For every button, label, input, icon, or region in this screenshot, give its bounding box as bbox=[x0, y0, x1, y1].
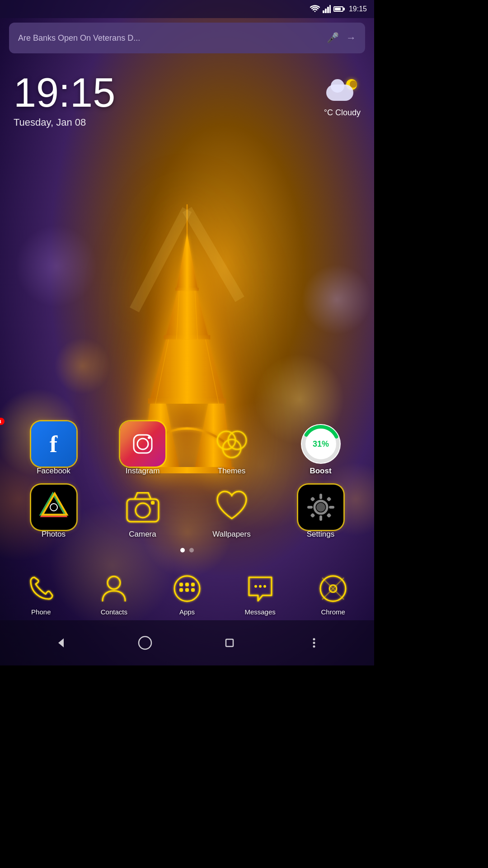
page-dots bbox=[0, 548, 374, 552]
svg-rect-18 bbox=[327, 7, 329, 13]
facebook-label: Facebook bbox=[37, 467, 70, 476]
facebook-badge: 1 bbox=[0, 418, 5, 425]
app-row-2: Photos Camera bbox=[9, 485, 365, 539]
dock-messages[interactable]: Messages bbox=[231, 573, 290, 616]
svg-point-35 bbox=[136, 503, 150, 518]
svg-rect-41 bbox=[307, 506, 313, 509]
svg-point-68 bbox=[313, 642, 315, 644]
photos-icon bbox=[31, 485, 76, 530]
dock-chrome-label: Chrome bbox=[321, 608, 345, 616]
app-grid: 1 f Facebook Instagram bbox=[0, 421, 374, 548]
svg-point-56 bbox=[259, 585, 262, 588]
search-bar[interactable]: Are Banks Open On Veterans D... 🎤 → bbox=[9, 23, 365, 53]
svg-rect-2 bbox=[175, 288, 198, 291]
svg-rect-6 bbox=[148, 398, 226, 404]
dock-contacts[interactable]: Contacts bbox=[84, 573, 143, 616]
dock-apps[interactable]: Apps bbox=[158, 573, 216, 616]
svg-rect-45 bbox=[310, 513, 315, 518]
svg-marker-5 bbox=[150, 340, 224, 400]
search-text: Are Banks Open On Veterans D... bbox=[18, 33, 319, 43]
dock-phone[interactable]: Phone bbox=[12, 573, 70, 616]
svg-rect-66 bbox=[226, 639, 233, 646]
svg-point-25 bbox=[223, 439, 241, 458]
clock-time: 19:15 bbox=[14, 72, 115, 113]
weather-icon bbox=[326, 79, 358, 106]
dock-contacts-label: Contacts bbox=[101, 608, 127, 616]
svg-point-67 bbox=[313, 638, 315, 641]
svg-rect-46 bbox=[326, 513, 331, 518]
microphone-icon[interactable]: 🎤 bbox=[327, 32, 339, 44]
clock-widget: 19:15 Tuesday, Jan 08 bbox=[14, 72, 115, 128]
themes-icon bbox=[209, 421, 254, 467]
svg-marker-1 bbox=[177, 233, 198, 289]
photos-label: Photos bbox=[42, 530, 66, 539]
svg-rect-44 bbox=[326, 496, 331, 501]
dock: Phone Contacts Apps bbox=[0, 573, 374, 616]
settings-label: Settings bbox=[307, 530, 334, 539]
app-camera[interactable]: Camera bbox=[111, 485, 174, 539]
svg-point-24 bbox=[228, 431, 246, 449]
boost-icon: 31% bbox=[298, 421, 343, 467]
svg-point-55 bbox=[254, 585, 257, 588]
clock-date: Tuesday, Jan 08 bbox=[14, 117, 115, 128]
app-instagram[interactable]: Instagram bbox=[111, 421, 174, 476]
wallpapers-icon bbox=[209, 485, 254, 530]
svg-point-49 bbox=[179, 583, 183, 586]
app-row-1: 1 f Facebook Instagram bbox=[9, 421, 365, 476]
svg-rect-19 bbox=[329, 5, 331, 13]
search-arrow-icon[interactable]: → bbox=[346, 32, 356, 44]
battery-icon bbox=[333, 6, 343, 12]
instagram-icon bbox=[120, 421, 165, 467]
svg-point-69 bbox=[313, 646, 315, 648]
cloud-icon bbox=[326, 85, 353, 101]
svg-point-53 bbox=[185, 588, 189, 592]
app-wallpapers[interactable]: Wallpapers bbox=[200, 485, 263, 539]
svg-marker-32 bbox=[38, 494, 67, 523]
svg-rect-17 bbox=[325, 9, 327, 13]
menu-dots-button[interactable] bbox=[303, 632, 325, 654]
signal-icon bbox=[323, 5, 331, 13]
svg-rect-43 bbox=[310, 496, 315, 501]
svg-point-52 bbox=[179, 588, 183, 592]
weather-widget: °C Cloudy bbox=[324, 79, 361, 118]
svg-point-21 bbox=[137, 439, 148, 449]
page-dot-1[interactable] bbox=[180, 548, 185, 552]
app-themes[interactable]: Themes bbox=[200, 421, 263, 476]
app-facebook[interactable]: 1 f Facebook bbox=[22, 421, 85, 476]
camera-icon bbox=[120, 485, 165, 530]
svg-point-38 bbox=[316, 503, 325, 512]
dock-apps-label: Apps bbox=[179, 608, 195, 616]
svg-point-51 bbox=[191, 583, 195, 586]
dock-chrome[interactable]: Chrome bbox=[304, 573, 362, 616]
weather-description: °C Cloudy bbox=[324, 108, 361, 118]
status-time: 19:15 bbox=[349, 5, 367, 13]
svg-point-50 bbox=[185, 583, 189, 586]
svg-point-36 bbox=[151, 501, 155, 505]
svg-point-33 bbox=[50, 504, 57, 511]
svg-text:31%: 31% bbox=[312, 439, 328, 448]
app-boost[interactable]: 31% Boost bbox=[289, 421, 352, 476]
svg-rect-16 bbox=[323, 10, 324, 13]
wallpapers-label: Wallpapers bbox=[212, 530, 250, 539]
facebook-icon: 1 f bbox=[31, 421, 76, 467]
app-photos[interactable]: Photos bbox=[22, 485, 85, 539]
app-settings[interactable]: Settings bbox=[289, 485, 352, 539]
recents-button[interactable] bbox=[218, 632, 241, 654]
svg-point-65 bbox=[139, 637, 151, 649]
svg-marker-3 bbox=[166, 291, 208, 336]
settings-icon bbox=[298, 485, 343, 530]
camera-label: Camera bbox=[129, 530, 156, 539]
themes-label: Themes bbox=[218, 467, 245, 476]
svg-rect-39 bbox=[319, 494, 322, 499]
status-bar: 19:15 bbox=[0, 0, 374, 18]
svg-marker-31 bbox=[40, 494, 69, 523]
dock-messages-label: Messages bbox=[244, 608, 275, 616]
svg-point-22 bbox=[148, 436, 150, 439]
svg-rect-40 bbox=[319, 515, 322, 521]
back-button[interactable] bbox=[49, 632, 72, 654]
home-button[interactable] bbox=[134, 632, 156, 654]
page-dot-2[interactable] bbox=[189, 548, 194, 552]
boost-label: Boost bbox=[310, 467, 331, 476]
status-icons: 19:15 bbox=[310, 5, 367, 13]
svg-point-23 bbox=[217, 431, 235, 449]
